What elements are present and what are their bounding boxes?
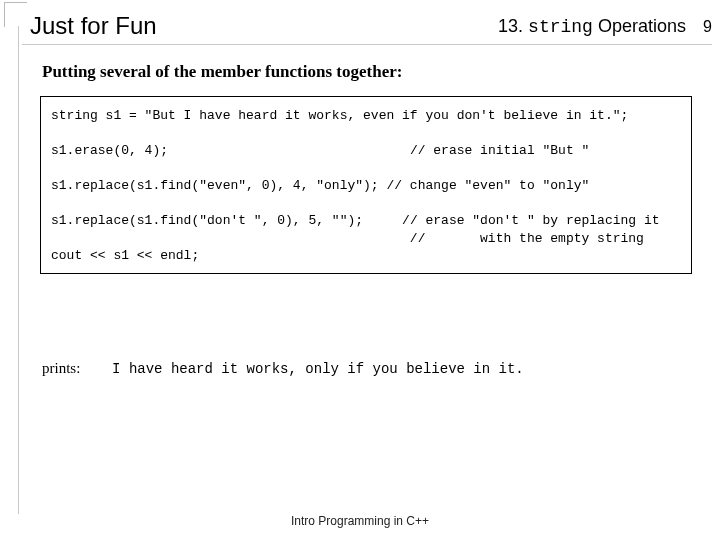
chapter-number: 13. [498, 16, 523, 36]
prints-label: prints: [42, 360, 80, 376]
chapter-heading: 13. string Operations [498, 16, 686, 37]
left-rule [18, 26, 19, 514]
prints-output: I have heard it works, only if you belie… [112, 361, 524, 377]
page-number: 9 [703, 18, 712, 36]
slide: Just for Fun 13. string Operations 9 Put… [0, 0, 720, 540]
code-comment: // change "even" to "only" [386, 178, 589, 193]
code-line: s1.erase(0, 4); [51, 143, 168, 158]
code-line: s1.replace(s1.find("even", 0), 4, "only"… [51, 178, 379, 193]
slide-title: Just for Fun [30, 12, 157, 40]
code-comment: // erase initial "But " [410, 143, 589, 158]
code-block: string s1 = "But I have heard it works, … [40, 96, 692, 274]
top-rule [22, 44, 712, 45]
tab-decoration [4, 2, 27, 27]
code-comment: // erase "don't " by replacing it [402, 213, 659, 228]
code-line: s1.replace(s1.find("don't ", 0), 5, ""); [51, 213, 363, 228]
chapter-code-word: string [528, 17, 593, 37]
code-line: string s1 = "But I have heard it works, … [51, 108, 628, 123]
code-comment: // with the empty string [410, 231, 644, 246]
subtitle: Putting several of the member functions … [42, 62, 402, 82]
code-line: cout << s1 << endl; [51, 248, 199, 263]
footer-text: Intro Programming in C++ [0, 514, 720, 528]
chapter-word: Operations [598, 16, 686, 36]
prints-row: prints: I have heard it works, only if y… [42, 360, 524, 377]
